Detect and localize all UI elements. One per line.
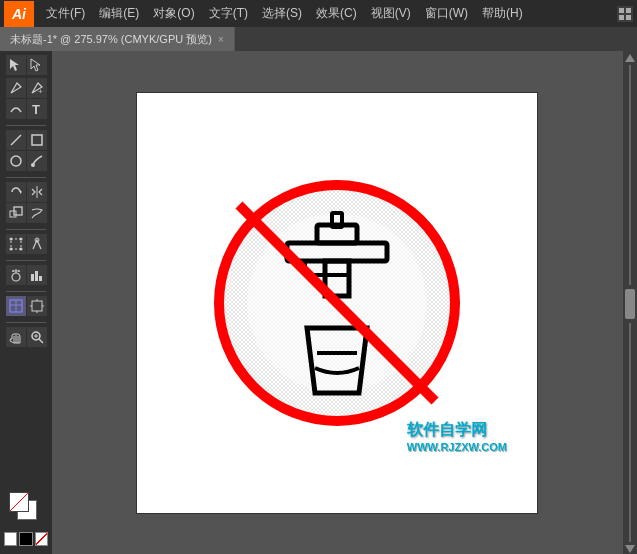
menu-object[interactable]: 对象(O) [147,3,200,24]
zoom-tool[interactable] [27,327,47,347]
color-swatches[interactable] [7,490,45,528]
fill-stroke-reset[interactable] [4,532,48,546]
menu-file[interactable]: 文件(F) [40,3,91,24]
menu-view[interactable]: 视图(V) [365,3,417,24]
svg-point-17 [9,238,12,241]
svg-rect-28 [35,271,38,281]
toolbar: + T [0,51,52,554]
menu-bar: Ai 文件(F) 编辑(E) 对象(O) 文字(T) 选择(S) 效果(C) 视… [0,0,637,27]
svg-rect-2 [619,15,624,20]
transform-tools: + T [4,78,48,119]
watermark-line1: 软件自学网 [407,420,507,441]
menu-items: 文件(F) 编辑(E) 对象(O) 文字(T) 选择(S) 效果(C) 视图(V… [40,3,529,24]
svg-rect-29 [39,276,42,281]
type-tool[interactable]: T [27,99,47,119]
svg-rect-16 [11,239,21,249]
slice-tools [4,296,48,316]
svg-marker-4 [10,59,19,71]
black-fill-icon[interactable] [19,532,32,546]
document-tab[interactable]: 未标题-1* @ 275.97% (CMYK/GPU 预览) × [0,27,235,51]
paintbrush-tool[interactable] [27,151,47,171]
watermark: 软件自学网 WWW.RJZXW.COM [407,420,507,453]
tab-bar: 未标题-1* @ 275.97% (CMYK/GPU 预览) × [0,27,637,51]
tab-title: 未标题-1* @ 275.97% (CMYK/GPU 预览) [10,32,212,47]
scale-tool[interactable] [6,203,26,223]
menu-select[interactable]: 选择(S) [256,3,308,24]
svg-rect-27 [31,274,34,281]
menu-edit[interactable]: 编辑(E) [93,3,145,24]
free-transform-tool[interactable] [6,234,26,254]
svg-line-8 [11,135,21,145]
slice-tool[interactable] [6,296,26,316]
svg-rect-14 [10,211,16,217]
warp-tool[interactable] [27,203,47,223]
curvature-tool[interactable] [6,99,26,119]
column-graph-tool[interactable] [27,265,47,285]
svg-point-18 [19,238,22,241]
selection-tools [4,55,48,75]
pen-tool[interactable] [6,78,26,98]
menu-effect[interactable]: 效果(C) [310,3,363,24]
view-tools [4,327,48,347]
puppet-warp-tool[interactable] [27,234,47,254]
svg-marker-56 [625,54,635,62]
svg-rect-1 [626,8,631,13]
menu-help[interactable]: 帮助(H) [476,3,529,24]
svg-rect-0 [619,8,624,13]
app-logo: Ai [4,1,34,27]
symbol-tools [4,265,48,285]
artboard: 软件自学网 WWW.RJZXW.COM [137,93,537,513]
rotate-tools [4,182,48,223]
svg-rect-33 [32,301,42,311]
svg-point-10 [11,156,21,166]
select-tool[interactable] [6,55,26,75]
add-anchor-tool[interactable]: + [27,78,47,98]
white-fill-icon[interactable] [4,532,17,546]
canvas-area[interactable]: 软件自学网 WWW.RJZXW.COM [52,51,622,554]
svg-marker-5 [31,59,40,71]
svg-point-25 [12,270,14,272]
svg-marker-12 [20,190,22,194]
svg-text:+: + [38,87,43,95]
direct-select-tool[interactable] [27,55,47,75]
watermark-line2: WWW.RJZXW.COM [407,441,507,453]
svg-point-22 [12,273,20,281]
color-area [4,486,48,554]
svg-marker-57 [625,545,635,553]
svg-text:T: T [32,102,40,116]
artboard-tool[interactable] [27,296,47,316]
artwork-svg [187,153,487,453]
menu-window[interactable]: 窗口(W) [419,3,474,24]
draw-tools [4,130,48,171]
svg-rect-9 [32,135,42,145]
no-fill-icon[interactable] [35,532,48,546]
ellipse-tool[interactable] [6,151,26,171]
svg-point-26 [18,270,20,272]
menu-type[interactable]: 文字(T) [203,3,254,24]
svg-point-19 [9,248,12,251]
special-tools [4,234,48,254]
svg-point-11 [31,163,35,167]
right-scrollbar[interactable] [622,51,637,554]
rect-tool[interactable] [27,130,47,150]
symbol-sprayer-tool[interactable] [6,265,26,285]
tab-close-button[interactable]: × [218,34,224,45]
svg-rect-3 [626,15,631,20]
hand-tool[interactable] [6,327,26,347]
line-tool[interactable] [6,130,26,150]
rotate-tool[interactable] [6,182,26,202]
main-layout: + T [0,51,637,554]
svg-line-39 [39,339,43,343]
svg-point-20 [19,248,22,251]
reflect-tool[interactable] [27,182,47,202]
grid-view-icon[interactable] [617,6,633,22]
